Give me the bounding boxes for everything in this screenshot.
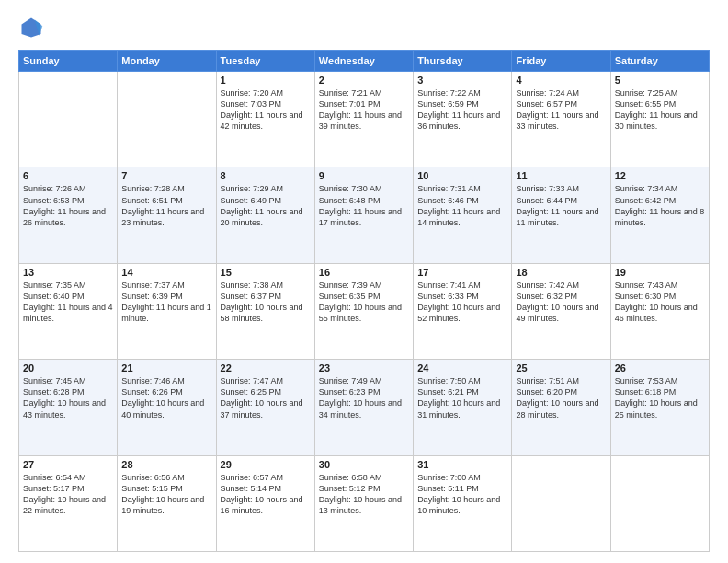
calendar-cell: 25Sunrise: 7:51 AM Sunset: 6:20 PM Dayli…: [512, 360, 610, 455]
day-number: 26: [615, 362, 705, 373]
day-number: 18: [516, 267, 606, 278]
day-info: Sunrise: 6:57 AM Sunset: 5:14 PM Dayligh…: [221, 472, 311, 517]
day-number: 9: [319, 170, 409, 181]
day-number: 11: [516, 170, 606, 181]
weekday-header: Saturday: [610, 51, 709, 72]
calendar-cell: 24Sunrise: 7:50 AM Sunset: 6:21 PM Dayli…: [414, 360, 512, 455]
calendar-cell: 9Sunrise: 7:30 AM Sunset: 6:48 PM Daylig…: [314, 167, 413, 263]
calendar-cell: 16Sunrise: 7:39 AM Sunset: 6:35 PM Dayli…: [314, 263, 413, 359]
day-info: Sunrise: 7:21 AM Sunset: 7:01 PM Dayligh…: [319, 87, 409, 132]
day-number: 3: [417, 75, 507, 86]
day-number: 24: [417, 362, 507, 373]
calendar-cell: [19, 72, 118, 167]
day-info: Sunrise: 7:31 AM Sunset: 6:46 PM Dayligh…: [417, 183, 507, 228]
calendar-cell: 5Sunrise: 7:25 AM Sunset: 6:55 PM Daylig…: [610, 72, 709, 167]
calendar-cell: 28Sunrise: 6:56 AM Sunset: 5:15 PM Dayli…: [118, 455, 216, 551]
day-info: Sunrise: 7:20 AM Sunset: 7:03 PM Dayligh…: [221, 87, 311, 132]
calendar-cell: 29Sunrise: 6:57 AM Sunset: 5:14 PM Dayli…: [216, 455, 314, 551]
day-info: Sunrise: 7:33 AM Sunset: 6:44 PM Dayligh…: [516, 183, 606, 228]
day-number: 12: [615, 170, 705, 181]
calendar-cell: 12Sunrise: 7:34 AM Sunset: 6:42 PM Dayli…: [610, 167, 709, 263]
calendar-cell: 23Sunrise: 7:49 AM Sunset: 6:23 PM Dayli…: [314, 360, 413, 455]
day-info: Sunrise: 7:37 AM Sunset: 6:39 PM Dayligh…: [121, 280, 211, 325]
day-number: 2: [319, 75, 409, 86]
day-info: Sunrise: 7:38 AM Sunset: 6:37 PM Dayligh…: [221, 280, 311, 325]
calendar-table: SundayMondayTuesdayWednesdayThursdayFrid…: [18, 50, 710, 552]
calendar-cell: 15Sunrise: 7:38 AM Sunset: 6:37 PM Dayli…: [216, 263, 314, 359]
weekday-header: Wednesday: [314, 51, 413, 72]
calendar-cell: 4Sunrise: 7:24 AM Sunset: 6:57 PM Daylig…: [512, 72, 610, 167]
day-info: Sunrise: 7:46 AM Sunset: 6:26 PM Dayligh…: [121, 375, 211, 420]
day-info: Sunrise: 6:54 AM Sunset: 5:17 PM Dayligh…: [23, 472, 113, 517]
day-number: 28: [121, 459, 211, 470]
day-number: 6: [23, 170, 113, 181]
calendar-cell: 27Sunrise: 6:54 AM Sunset: 5:17 PM Dayli…: [19, 455, 118, 551]
calendar-cell: 8Sunrise: 7:29 AM Sunset: 6:49 PM Daylig…: [216, 167, 314, 263]
calendar-week-row: 6Sunrise: 7:26 AM Sunset: 6:53 PM Daylig…: [19, 167, 710, 263]
day-number: 15: [221, 267, 311, 278]
day-number: 5: [615, 75, 705, 86]
calendar-cell: 31Sunrise: 7:00 AM Sunset: 5:11 PM Dayli…: [414, 455, 512, 551]
calendar-cell: 2Sunrise: 7:21 AM Sunset: 7:01 PM Daylig…: [314, 72, 413, 167]
day-info: Sunrise: 7:30 AM Sunset: 6:48 PM Dayligh…: [319, 183, 409, 228]
calendar-week-row: 20Sunrise: 7:45 AM Sunset: 6:28 PM Dayli…: [19, 360, 710, 455]
calendar-cell: 6Sunrise: 7:26 AM Sunset: 6:53 PM Daylig…: [19, 167, 118, 263]
day-number: 8: [221, 170, 311, 181]
day-number: 20: [23, 362, 113, 373]
header: [18, 15, 710, 40]
day-info: Sunrise: 7:24 AM Sunset: 6:57 PM Dayligh…: [516, 87, 606, 132]
weekday-header: Monday: [118, 51, 216, 72]
calendar-cell: 3Sunrise: 7:22 AM Sunset: 6:59 PM Daylig…: [414, 72, 512, 167]
day-number: 25: [516, 362, 606, 373]
calendar-cell: 19Sunrise: 7:43 AM Sunset: 6:30 PM Dayli…: [610, 263, 709, 359]
day-number: 13: [23, 267, 113, 278]
day-info: Sunrise: 7:53 AM Sunset: 6:18 PM Dayligh…: [615, 375, 705, 420]
calendar-cell: 14Sunrise: 7:37 AM Sunset: 6:39 PM Dayli…: [118, 263, 216, 359]
day-number: 4: [516, 75, 606, 86]
weekday-header: Sunday: [19, 51, 118, 72]
calendar-cell: [610, 455, 709, 551]
calendar-cell: 1Sunrise: 7:20 AM Sunset: 7:03 PM Daylig…: [216, 72, 314, 167]
calendar-week-row: 1Sunrise: 7:20 AM Sunset: 7:03 PM Daylig…: [19, 72, 710, 167]
weekday-header: Thursday: [414, 51, 512, 72]
calendar-cell: 11Sunrise: 7:33 AM Sunset: 6:44 PM Dayli…: [512, 167, 610, 263]
calendar-cell: 18Sunrise: 7:42 AM Sunset: 6:32 PM Dayli…: [512, 263, 610, 359]
calendar-cell: 22Sunrise: 7:47 AM Sunset: 6:25 PM Dayli…: [216, 360, 314, 455]
calendar-cell: [512, 455, 610, 551]
day-info: Sunrise: 7:00 AM Sunset: 5:11 PM Dayligh…: [417, 472, 507, 517]
day-info: Sunrise: 7:49 AM Sunset: 6:23 PM Dayligh…: [319, 375, 409, 420]
day-info: Sunrise: 7:50 AM Sunset: 6:21 PM Dayligh…: [417, 375, 507, 420]
day-info: Sunrise: 7:25 AM Sunset: 6:55 PM Dayligh…: [615, 87, 705, 132]
calendar-cell: 30Sunrise: 6:58 AM Sunset: 5:12 PM Dayli…: [314, 455, 413, 551]
day-number: 19: [615, 267, 705, 278]
page: SundayMondayTuesdayWednesdayThursdayFrid…: [0, 0, 728, 563]
calendar-cell: 10Sunrise: 7:31 AM Sunset: 6:46 PM Dayli…: [414, 167, 512, 263]
calendar-cell: 21Sunrise: 7:46 AM Sunset: 6:26 PM Dayli…: [118, 360, 216, 455]
day-info: Sunrise: 7:47 AM Sunset: 6:25 PM Dayligh…: [221, 375, 311, 420]
calendar-cell: 7Sunrise: 7:28 AM Sunset: 6:51 PM Daylig…: [118, 167, 216, 263]
calendar-cell: 26Sunrise: 7:53 AM Sunset: 6:18 PM Dayli…: [610, 360, 709, 455]
weekday-header: Tuesday: [216, 51, 314, 72]
day-info: Sunrise: 6:58 AM Sunset: 5:12 PM Dayligh…: [319, 472, 409, 517]
day-info: Sunrise: 7:39 AM Sunset: 6:35 PM Dayligh…: [319, 280, 409, 325]
day-info: Sunrise: 7:45 AM Sunset: 6:28 PM Dayligh…: [23, 375, 113, 420]
calendar-week-row: 13Sunrise: 7:35 AM Sunset: 6:40 PM Dayli…: [19, 263, 710, 359]
day-number: 27: [23, 459, 113, 470]
header-row: SundayMondayTuesdayWednesdayThursdayFrid…: [19, 51, 710, 72]
day-info: Sunrise: 7:28 AM Sunset: 6:51 PM Dayligh…: [121, 183, 211, 228]
day-info: Sunrise: 7:22 AM Sunset: 6:59 PM Dayligh…: [417, 87, 507, 132]
day-number: 16: [319, 267, 409, 278]
day-number: 21: [121, 362, 211, 373]
weekday-header: Friday: [512, 51, 610, 72]
calendar-cell: [118, 72, 216, 167]
day-number: 30: [319, 459, 409, 470]
day-number: 1: [221, 75, 311, 86]
calendar-cell: 17Sunrise: 7:41 AM Sunset: 6:33 PM Dayli…: [414, 263, 512, 359]
day-number: 29: [221, 459, 311, 470]
day-number: 17: [417, 267, 507, 278]
day-info: Sunrise: 7:35 AM Sunset: 6:40 PM Dayligh…: [23, 280, 113, 325]
calendar-cell: 20Sunrise: 7:45 AM Sunset: 6:28 PM Dayli…: [19, 360, 118, 455]
day-number: 14: [121, 267, 211, 278]
day-info: Sunrise: 7:34 AM Sunset: 6:42 PM Dayligh…: [615, 183, 705, 228]
logo: [18, 15, 48, 40]
